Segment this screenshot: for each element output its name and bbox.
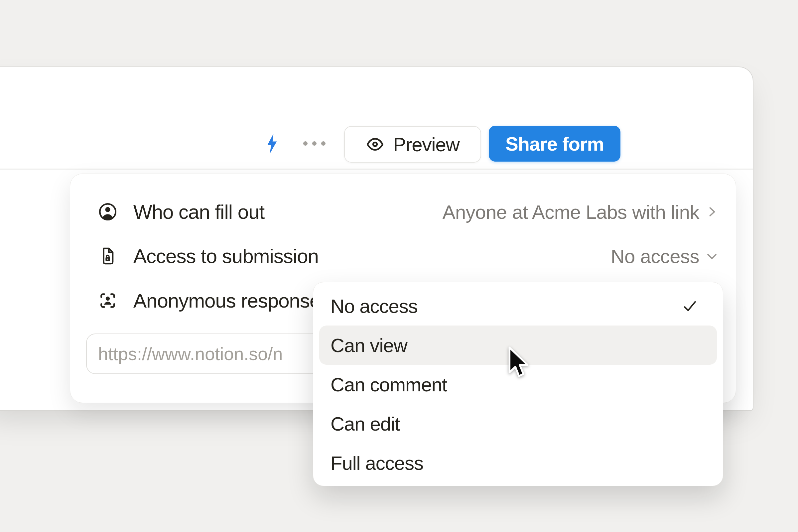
cursor-arrow-icon	[508, 346, 529, 378]
menu-item-label: Can comment	[330, 374, 447, 396]
preview-label: Preview	[393, 133, 459, 156]
toolbar-divider	[0, 169, 753, 170]
menu-item-no-access[interactable]: No access	[319, 286, 717, 325]
row-value: Anyone at Acme Labs with link	[442, 201, 699, 223]
checkmark-icon	[682, 298, 698, 314]
who-can-fill-out-row[interactable]: Who can fill out Anyone at Acme Labs wit…	[70, 190, 736, 234]
share-form-button[interactable]: Share form	[489, 126, 621, 162]
chevron-down-icon	[705, 249, 719, 263]
ellipsis-icon	[303, 141, 307, 146]
chevron-right-icon	[705, 205, 719, 219]
row-label: Anonymous responses	[133, 289, 330, 312]
share-form-label: Share form	[506, 133, 604, 155]
ellipsis-icon	[312, 141, 317, 146]
menu-item-label: No access	[330, 295, 418, 317]
menu-item-label: Can view	[330, 334, 407, 357]
access-level-menu: No access Can view Can comment Can edit …	[313, 282, 723, 486]
menu-item-can-edit[interactable]: Can edit	[319, 404, 717, 443]
access-to-submission-row[interactable]: Access to submission No access	[70, 234, 736, 278]
ellipsis-icon	[321, 141, 325, 146]
who-can-fill-out-value[interactable]: Anyone at Acme Labs with link	[442, 201, 719, 223]
more-options-button[interactable]	[303, 141, 325, 146]
row-label: Access to submission	[133, 245, 319, 268]
document-lock-icon	[97, 246, 118, 266]
menu-item-label: Full access	[330, 452, 423, 474]
menu-item-label: Can edit	[330, 413, 400, 435]
lightning-bolt-icon[interactable]	[266, 133, 278, 154]
menu-item-full-access[interactable]: Full access	[319, 443, 717, 482]
preview-button[interactable]: Preview	[344, 126, 481, 163]
eye-icon	[366, 135, 384, 154]
access-to-submission-value[interactable]: No access	[611, 245, 719, 267]
person-scan-icon	[97, 290, 118, 311]
row-label: Who can fill out	[133, 201, 264, 224]
page-background: Preview Share form Who can fill out Anyo…	[0, 0, 798, 532]
row-value: No access	[611, 245, 699, 267]
person-circle-icon	[97, 202, 118, 222]
